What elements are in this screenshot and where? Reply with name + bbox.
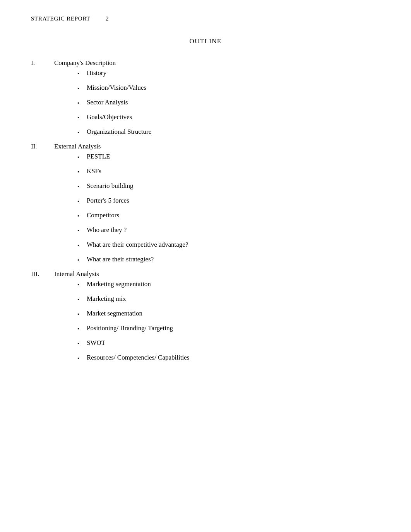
list-item: Sector Analysis [77,99,380,106]
page: STRATEGIC REPORT 2 OUTLINE I.Company's D… [0,0,411,532]
list-item: Who are they ? [77,226,380,234]
list-item: What are their competitive advantage? [77,241,380,249]
section-2: II.External AnalysisPESTLEKSFsScenario b… [31,143,380,263]
list-item: Positioning/ Branding/ Targeting [77,324,380,332]
list-item: Market segmentation [77,310,380,317]
bullet-icon [77,297,87,302]
page-number: 2 [106,15,109,22]
bullet-icon [77,228,87,234]
bullet-icon [77,311,87,317]
bullet-text: Sector Analysis [87,99,128,106]
bullet-icon [77,71,87,77]
bullet-text: Competitors [87,211,119,219]
section-numeral-2: II. [31,143,54,150]
bullet-icon [77,154,87,160]
outline-content: I.Company's DescriptionHistoryMission/Vi… [31,59,380,361]
page-header: STRATEGIC REPORT 2 [31,15,380,22]
bullet-text: What are their competitive advantage? [87,241,188,249]
bullet-text: SWOT [87,339,105,347]
bullet-text: Porter's 5 forces [87,197,129,205]
list-item: History [77,69,380,77]
bullet-icon [77,213,87,219]
list-item: Scenario building [77,182,380,190]
bullet-icon [77,341,87,346]
list-item: Porter's 5 forces [77,197,380,205]
section-title-row-2: II.External Analysis [31,143,380,150]
document-title: STRATEGIC REPORT [31,15,90,22]
bullet-icon [77,184,87,189]
bullet-icon [77,198,87,204]
bullet-list-3: Marketing segmentationMarketing mixMarke… [77,280,380,361]
bullet-text: Mission/Vision/Values [87,84,146,92]
list-item: What are their strategies? [77,256,380,263]
bullet-text: What are their strategies? [87,256,154,263]
list-item: PESTLE [77,153,380,160]
bullet-text: Marketing segmentation [87,280,151,288]
section-numeral-1: I. [31,59,54,67]
section-title-text-1: Company's Description [54,59,116,67]
bullet-icon [77,169,87,175]
bullet-icon [77,115,87,121]
bullet-text: Marketing mix [87,295,126,303]
list-item: SWOT [77,339,380,347]
bullet-icon [77,85,87,91]
section-title-row-3: III.Internal Analysis [31,270,380,278]
list-item: Resources/ Competencies/ Capabilities [77,354,380,361]
list-item: KSFs [77,167,380,175]
list-item: Mission/Vision/Values [77,84,380,92]
bullet-text: History [87,69,106,77]
section-numeral-3: III. [31,270,54,278]
bullet-icon [77,100,87,106]
list-item: Organizational Structure [77,128,380,136]
bullet-icon [77,326,87,332]
bullet-list-2: PESTLEKSFsScenario buildingPorter's 5 fo… [77,153,380,263]
bullet-text: Who are they ? [87,226,127,234]
section-title-row-1: I.Company's Description [31,59,380,67]
bullet-text: Market segmentation [87,310,142,317]
bullet-text: Organizational Structure [87,128,151,136]
outline-heading: OUTLINE [31,38,380,45]
bullet-icon [77,282,87,288]
bullet-icon [77,355,87,361]
section-title-text-2: External Analysis [54,143,101,150]
bullet-text: Goals/Objectives [87,113,132,121]
bullet-text: PESTLE [87,153,110,160]
bullet-text: Scenario building [87,182,133,190]
bullet-text: Resources/ Competencies/ Capabilities [87,354,189,361]
list-item: Marketing mix [77,295,380,303]
section-1: I.Company's DescriptionHistoryMission/Vi… [31,59,380,136]
list-item: Competitors [77,211,380,219]
bullet-list-1: HistoryMission/Vision/ValuesSector Analy… [77,69,380,136]
bullet-icon [77,242,87,248]
section-3: III.Internal AnalysisMarketing segmentat… [31,270,380,361]
bullet-text: KSFs [87,167,101,175]
bullet-icon [77,257,87,263]
section-title-text-3: Internal Analysis [54,270,99,278]
bullet-text: Positioning/ Branding/ Targeting [87,324,173,332]
list-item: Goals/Objectives [77,113,380,121]
bullet-icon [77,130,87,135]
list-item: Marketing segmentation [77,280,380,288]
